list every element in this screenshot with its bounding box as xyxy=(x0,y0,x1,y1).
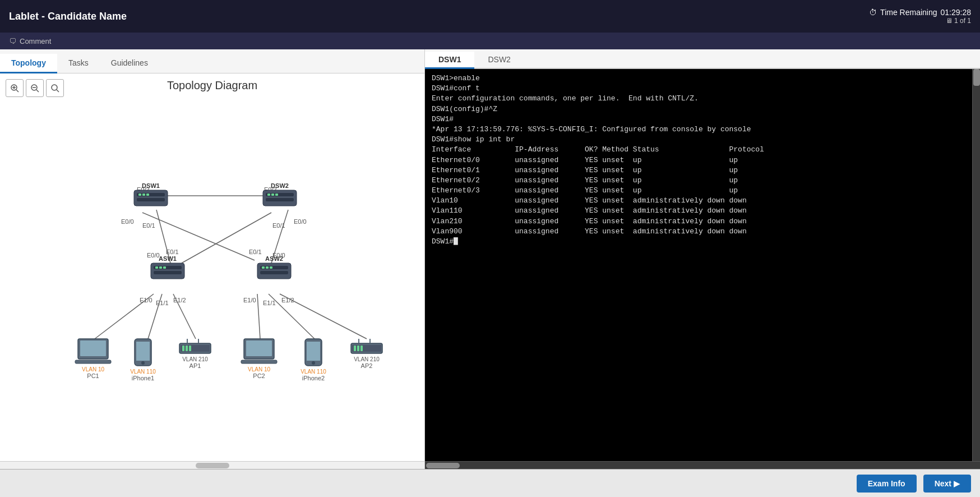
terminal-output[interactable]: DSW1>enable DSW1#conf t Enter configurat… xyxy=(425,69,972,461)
svg-rect-94 xyxy=(352,345,381,352)
subheader: 🗨 Comment xyxy=(0,33,980,49)
next-button[interactable]: Next ▶ xyxy=(923,475,971,493)
svg-text:E0/1: E0/1 xyxy=(142,222,155,229)
svg-text:E0/0: E0/0 xyxy=(147,252,160,259)
footer: Exam Info Next ▶ xyxy=(0,469,980,497)
svg-rect-54 xyxy=(159,266,162,269)
asw2-device: ASW2 xyxy=(257,255,291,279)
svg-text:ASW1: ASW1 xyxy=(159,255,177,262)
app-title: Lablet - Candidate Name xyxy=(9,11,127,22)
terminal-scrollbar-right[interactable] xyxy=(972,69,980,461)
diagram-area: Topology Diagram xyxy=(0,73,424,461)
svg-rect-38 xyxy=(137,198,165,201)
asw1-device: ASW1 xyxy=(151,255,184,279)
svg-rect-53 xyxy=(155,266,158,269)
topology-svg: E0/2 E0/2 E0/0 E0/1 E0/1 E0/0 E0/0 E0/1 … xyxy=(13,92,412,406)
svg-rect-48 xyxy=(275,194,278,196)
svg-text:VLAN 10: VLAN 10 xyxy=(247,366,270,372)
exam-info-button[interactable]: Exam Info xyxy=(857,475,917,493)
svg-text:E1/0: E1/0 xyxy=(140,297,152,303)
svg-rect-41 xyxy=(146,194,149,196)
page-info: 🖥 1 of 1 xyxy=(869,17,971,25)
left-panel: Topology Tasks Guidelines Topology Diagr xyxy=(0,49,425,469)
main-content: Topology Tasks Guidelines Topology Diagr xyxy=(0,49,980,469)
timer-label: Time Remaining xyxy=(880,8,937,17)
page-number: 1 of 1 xyxy=(954,17,971,25)
svg-text:VLAN 210: VLAN 210 xyxy=(354,356,380,362)
svg-text:PC1: PC1 xyxy=(87,372,99,379)
next-icon: ▶ xyxy=(954,479,960,488)
svg-rect-75 xyxy=(181,345,210,352)
zoom-in-button[interactable] xyxy=(6,79,24,97)
svg-rect-70 xyxy=(136,342,150,361)
svg-text:AP2: AP2 xyxy=(360,362,372,369)
tab-guidelines[interactable]: Guidelines xyxy=(100,54,159,73)
svg-text:DSW1: DSW1 xyxy=(142,182,160,189)
svg-rect-47 xyxy=(271,194,274,196)
svg-rect-78 xyxy=(189,346,191,351)
svg-rect-52 xyxy=(154,271,182,274)
svg-text:E1/0: E1/0 xyxy=(243,297,256,303)
terminal-tab-dsw1[interactable]: DSW1 xyxy=(425,52,474,69)
svg-rect-97 xyxy=(360,346,363,351)
svg-text:VLAN 10: VLAN 10 xyxy=(81,366,104,372)
svg-text:E0/1: E0/1 xyxy=(272,222,285,229)
svg-rect-84 xyxy=(246,340,272,356)
svg-rect-60 xyxy=(262,266,265,269)
svg-text:ASW2: ASW2 xyxy=(265,255,283,262)
ap1-device: VLAN 210 AP1 xyxy=(179,339,211,369)
svg-line-1 xyxy=(16,90,19,92)
left-scrollbar[interactable] xyxy=(0,461,424,469)
svg-rect-89 xyxy=(307,342,320,361)
next-label: Next xyxy=(935,479,951,488)
tab-topology[interactable]: Topology xyxy=(0,54,57,73)
svg-rect-77 xyxy=(186,346,188,351)
tab-tasks[interactable]: Tasks xyxy=(57,54,100,73)
iphone2-device: VLAN 110 iPhone2 xyxy=(301,339,326,381)
svg-rect-85 xyxy=(241,360,277,363)
timer-value: 01:29:28 xyxy=(941,8,972,17)
pc2-device: VLAN 10 PC2 xyxy=(241,339,277,379)
comment-icon: 🗨 xyxy=(9,37,16,45)
svg-text:VLAN 210: VLAN 210 xyxy=(182,356,208,362)
exam-info-label: Exam Info xyxy=(868,479,905,488)
svg-rect-39 xyxy=(138,194,141,196)
right-panel: DSW1 DSW2 DSW1>enable DSW1#conf t Enter … xyxy=(425,49,980,469)
svg-point-7 xyxy=(52,85,57,90)
svg-rect-40 xyxy=(142,194,145,196)
svg-text:E0/1: E0/1 xyxy=(166,248,179,255)
ap2-device: VLAN 210 AP2 xyxy=(351,339,382,369)
svg-rect-95 xyxy=(354,346,356,351)
svg-rect-46 xyxy=(267,194,270,196)
svg-text:E1/1: E1/1 xyxy=(263,300,276,306)
timer-area: ⏱ Time Remaining 01:29:28 🖥 1 of 1 xyxy=(869,8,971,25)
svg-point-71 xyxy=(141,361,145,365)
svg-text:E1/2: E1/2 xyxy=(173,297,186,303)
terminal-scrollbar-bottom[interactable] xyxy=(425,461,980,469)
svg-text:DSW2: DSW2 xyxy=(271,182,289,189)
svg-text:PC2: PC2 xyxy=(253,372,265,379)
svg-rect-62 xyxy=(270,266,272,269)
svg-rect-55 xyxy=(163,266,166,269)
zoom-out-button[interactable] xyxy=(26,79,44,97)
svg-text:E0/0: E0/0 xyxy=(121,218,134,225)
svg-rect-96 xyxy=(357,346,359,351)
svg-line-5 xyxy=(36,90,39,92)
clock-icon: ⏱ xyxy=(869,8,877,17)
terminal-tab-dsw2[interactable]: DSW2 xyxy=(474,52,524,69)
svg-point-90 xyxy=(312,361,315,365)
svg-line-8 xyxy=(57,90,59,92)
header: Lablet - Candidate Name ⏱ Time Remaining… xyxy=(0,0,980,33)
svg-rect-76 xyxy=(182,346,184,351)
topology-content: Topology Diagram xyxy=(0,73,424,461)
svg-rect-45 xyxy=(266,198,294,201)
comment-label[interactable]: Comment xyxy=(20,37,51,45)
svg-text:VLAN 110: VLAN 110 xyxy=(130,369,156,375)
zoom-controls xyxy=(6,79,64,97)
zoom-fit-button[interactable] xyxy=(46,79,64,97)
terminal-tab-bar: DSW1 DSW2 xyxy=(425,49,980,69)
svg-text:E1/1: E1/1 xyxy=(156,300,169,306)
svg-text:VLAN 110: VLAN 110 xyxy=(301,369,326,375)
pc1-device: VLAN 10 PC1 xyxy=(75,339,111,379)
iphone1-device: VLAN 110 iPhone1 xyxy=(130,339,156,381)
